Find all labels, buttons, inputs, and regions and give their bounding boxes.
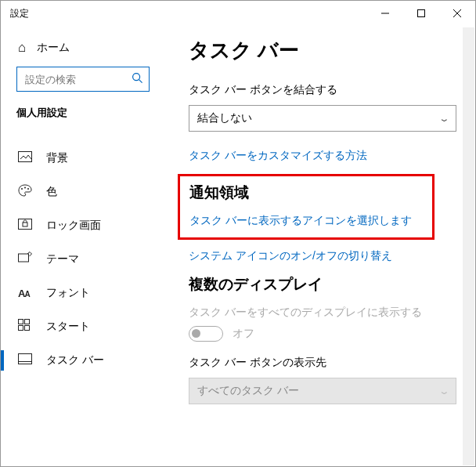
sidebar-item-taskbar[interactable]: タスク バー [1, 344, 165, 377]
picture-icon [18, 151, 34, 165]
multi-display-title: 複数のディスプレイ [189, 274, 456, 295]
svg-line-5 [139, 80, 142, 83]
svg-point-8 [24, 187, 26, 189]
search-input[interactable] [16, 67, 150, 92]
show-all-displays-toggle [189, 326, 223, 342]
toggle-state-text: オフ [233, 327, 254, 341]
show-where-label: タスク バー ボタンの表示先 [189, 356, 456, 370]
dropdown-value: すべてのタスク バー [197, 384, 299, 398]
svg-point-9 [27, 188, 29, 190]
notification-area-title: 通知領域 [189, 183, 423, 203]
system-icons-link[interactable]: システム アイコンのオン/オフの切り替え [189, 249, 456, 263]
sidebar-item-label: ロック画面 [46, 219, 101, 233]
chevron-down-icon: ⌄ [438, 386, 449, 396]
start-icon [18, 319, 34, 335]
svg-rect-15 [19, 326, 23, 331]
taskbar-icon [18, 353, 34, 367]
sidebar-item-colors[interactable]: 色 [1, 175, 165, 209]
customize-taskbar-link[interactable]: タスク バーをカスタマイズする方法 [189, 149, 456, 163]
svg-rect-13 [19, 320, 23, 324]
theme-icon [18, 252, 34, 267]
combine-buttons-dropdown[interactable]: 結合しない ⌄ [189, 105, 456, 132]
sidebar-item-label: タスク バー [46, 353, 104, 367]
combine-buttons-label: タスク バー ボタンを結合する [189, 83, 456, 97]
close-button[interactable] [439, 1, 475, 26]
window-title: 設定 [10, 7, 29, 20]
svg-rect-11 [23, 223, 27, 226]
page-title: タスク バー [189, 37, 456, 64]
palette-icon [18, 184, 34, 200]
font-icon: AA [18, 288, 34, 299]
sidebar-item-label: 背景 [46, 151, 68, 165]
svg-rect-12 [19, 254, 29, 262]
show-where-dropdown: すべてのタスク バー ⌄ [189, 378, 456, 404]
lockscreen-icon [18, 219, 34, 233]
chevron-down-icon: ⌄ [438, 114, 449, 124]
sidebar-item-label: スタート [46, 320, 90, 334]
svg-rect-16 [25, 326, 30, 331]
dropdown-value: 結合しない [197, 111, 252, 125]
svg-rect-14 [25, 320, 30, 324]
svg-rect-17 [19, 354, 32, 364]
maximize-button[interactable] [403, 1, 439, 26]
category-title: 個人用設定 [1, 106, 165, 125]
sidebar-item-label: テーマ [46, 252, 79, 266]
home-label: ホーム [37, 41, 70, 55]
svg-rect-1 [418, 10, 425, 17]
select-taskbar-icons-link[interactable]: タスク バーに表示するアイコンを選択します [189, 214, 423, 228]
sidebar-item-lockscreen[interactable]: ロック画面 [1, 209, 165, 242]
home-nav[interactable]: ⌂ ホーム [1, 32, 165, 67]
home-icon: ⌂ [18, 40, 26, 56]
sidebar-item-background[interactable]: 背景 [1, 142, 165, 175]
sidebar-item-label: フォント [46, 286, 90, 300]
minimize-button[interactable] [367, 1, 403, 26]
svg-point-4 [133, 74, 140, 81]
sidebar-item-start[interactable]: スタート [1, 310, 165, 344]
show-all-displays-label: タスク バーをすべてのディスプレイに表示する [189, 306, 456, 320]
sidebar-item-themes[interactable]: テーマ [1, 242, 165, 277]
scrollbar[interactable] [463, 27, 474, 465]
highlight-annotation: 通知領域 タスク バーに表示するアイコンを選択します [178, 174, 435, 240]
search-icon [132, 72, 143, 86]
sidebar-item-fonts[interactable]: AA フォント [1, 277, 165, 310]
sidebar-item-label: 色 [46, 185, 57, 199]
svg-point-7 [21, 188, 23, 190]
